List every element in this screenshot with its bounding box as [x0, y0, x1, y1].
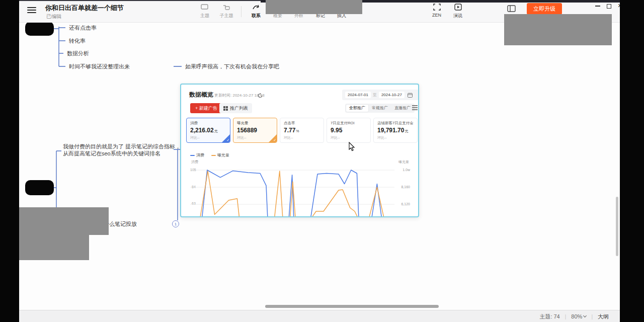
dashboard-image[interactable]: 数据概览 更新时间: 2024-10-27 18:48 2024-07-01 至…	[180, 84, 419, 217]
paragraph-line-1: 我做付费的目的就是为了 提示笔记的综合指标，	[63, 143, 181, 150]
present-button[interactable]: 演说	[446, 3, 470, 21]
topic-paid-purpose[interactable]: 我做付费的目的就是为了 提示笔记的综合指标， 从而提高笔记在seo系统中的关键词…	[63, 143, 181, 157]
upgrade-button[interactable]: 立即升级	[527, 3, 562, 15]
date-start[interactable]: 2024-07-01	[345, 92, 371, 98]
censored-region-bottomleft-1	[19, 207, 109, 235]
topic-count: 主题: 74	[539, 313, 559, 320]
present-icon	[446, 4, 470, 12]
topic-no-time[interactable]: 时间不够我还没整理出来	[69, 63, 130, 70]
screen: 你和日出百单就差一个细节 已编辑 主题 子主题 联系	[0, 0, 644, 322]
zoom-level: 80%	[571, 313, 582, 319]
legend-item-spend[interactable]: 消费	[190, 152, 204, 158]
dashboard-title: 数据概览	[189, 91, 213, 99]
stat-card[interactable]: 点击率7.77%环比--	[280, 118, 324, 143]
present-label: 演说	[446, 13, 470, 19]
zoom-control[interactable]: 80%	[571, 313, 586, 319]
app-window: 你和日出百单就差一个细节 已编辑 主题 子主题 联系	[19, 0, 620, 322]
zen-mode-button[interactable]: ZEN	[425, 3, 449, 21]
toolbar-subtopic-button[interactable]: 子主题	[214, 3, 238, 21]
promo-list-label: 推广列表	[230, 103, 248, 113]
toolbar-divider	[241, 6, 242, 17]
stat-card[interactable]: 7日总支付ROI9.95环比--	[327, 118, 371, 143]
outline-button[interactable]: 大纲	[598, 313, 609, 320]
horizontal-scrollbar[interactable]	[265, 305, 439, 308]
promo-tab-2[interactable]: 直播推广	[391, 105, 414, 112]
stat-card[interactable]: 曝光量156889环比--✓	[233, 118, 277, 143]
date-range-picker[interactable]: 2024-07-01 至 2024-10-27	[342, 90, 419, 100]
chevron-down-icon	[583, 314, 587, 317]
zen-label: ZEN	[425, 13, 449, 18]
toolbar-subtopic-label: 子主题	[214, 13, 238, 19]
date-end[interactable]: 2024-10-27	[379, 92, 405, 98]
promo-type-tabs: 全部推广常规推广直播推广	[345, 104, 415, 113]
new-ad-button[interactable]: + 新建广告	[190, 103, 222, 113]
menu-icon[interactable]	[27, 7, 36, 14]
vertical-scrollbar[interactable]	[616, 197, 618, 256]
list-filter-icon[interactable]	[412, 104, 418, 113]
topic-click-rate[interactable]: 还有点击率	[69, 24, 97, 32]
statusbar: 主题: 74 | 80% | 大纲	[19, 310, 620, 322]
refresh-icon[interactable]	[258, 91, 263, 100]
chart-legend: 消费 曝光量	[190, 152, 229, 158]
document-title: 你和日出百单就差一个细节	[45, 4, 124, 13]
toolbar-relation-button[interactable]: 联系	[244, 3, 268, 21]
censored-region-topright	[504, 14, 612, 45]
mindmap-canvas[interactable]: 还有点击率 转化率 数据分析 时间不够我还没整理出来 如果呼声很高，下次有机会我…	[19, 23, 620, 310]
right-tick-3: 6,120	[401, 202, 410, 206]
maximize-button[interactable]	[603, 1, 614, 10]
numbered-badge[interactable]: 1	[172, 220, 179, 227]
close-button[interactable]: ✕	[614, 1, 620, 10]
relation-icon	[244, 4, 268, 12]
trend-chart-svg	[187, 167, 397, 217]
panel-toggle-icon[interactable]	[507, 5, 516, 14]
topic-conversion-rate[interactable]: 转化率	[69, 37, 86, 45]
subtopic-icon	[214, 4, 238, 12]
censored-topic-node-1[interactable]	[25, 23, 54, 36]
grid-icon	[223, 106, 228, 111]
legend-item-impressions[interactable]: 曝光量	[211, 152, 229, 158]
stat-card[interactable]: 消费2,216.02元环比--✓	[186, 118, 230, 143]
minimize-button[interactable]	[592, 1, 603, 10]
paragraph-line-2: 从而提高笔记在seo系统中的关键词排名	[63, 150, 181, 157]
zen-icon	[425, 4, 449, 12]
toolbar-topic-button[interactable]: 主题	[193, 3, 217, 21]
stat-cards-row: 消费2,216.02元环比--✓曝光量156889环比--✓点击率7.77%环比…	[186, 118, 418, 143]
dashboard-updated-time: 更新时间: 2024-10-27 18:48	[214, 93, 265, 98]
relation-note[interactable]: 如果呼声很高，下次有机会我在分享吧	[185, 63, 279, 70]
stat-card[interactable]: 店铺新客7日总支付金额19,791.70元环比--	[373, 118, 418, 143]
censored-region-bottomleft-2	[19, 235, 89, 260]
promo-list-button[interactable]: 推广列表	[219, 103, 252, 113]
right-tick-2: 8,160	[401, 185, 410, 189]
right-axis-label: 曝光量	[398, 159, 409, 165]
topic-data-analysis[interactable]: 数据分析	[67, 50, 89, 57]
censored-region-top	[266, 0, 362, 14]
right-tick-1: 1.0w	[403, 168, 410, 172]
calendar-icon	[408, 91, 413, 100]
topic-icon	[193, 4, 217, 12]
toolbar-topic-label: 主题	[193, 13, 217, 19]
censored-topic-node-2[interactable]	[25, 180, 54, 195]
promo-tab-0[interactable]: 全部推广	[346, 105, 368, 112]
left-axis-label: 消费	[191, 159, 198, 165]
date-separator: 至	[373, 92, 377, 98]
mouse-cursor	[349, 142, 356, 154]
promo-tab-1[interactable]: 常规推广	[369, 105, 391, 112]
toolbar-relation-label: 联系	[244, 13, 268, 19]
document-status: 已编辑	[46, 13, 61, 20]
